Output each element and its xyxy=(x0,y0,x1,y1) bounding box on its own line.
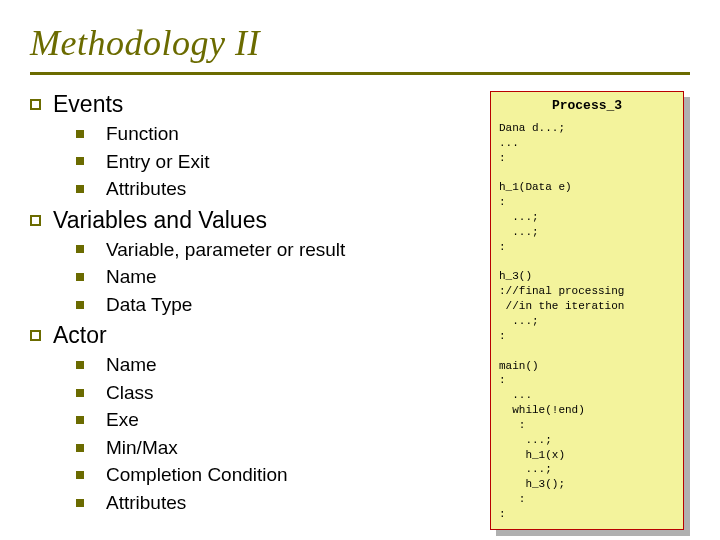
list-item: Data Type xyxy=(76,291,482,319)
hollow-square-icon xyxy=(30,99,41,110)
square-bullet-icon xyxy=(76,301,84,309)
hollow-square-icon xyxy=(30,330,41,341)
list-item: Name xyxy=(76,351,482,379)
section-actor: Actor Name Class Exe Min/Max Completion … xyxy=(30,322,482,516)
square-bullet-icon xyxy=(76,416,84,424)
section-items: Name Class Exe Min/Max Completion Condit… xyxy=(76,351,482,516)
square-bullet-icon xyxy=(76,185,84,193)
item-text: Exe xyxy=(106,406,139,434)
item-text: Attributes xyxy=(106,489,186,517)
section-items: Variable, parameter or result Name Data … xyxy=(76,236,482,319)
slide: Methodology II Events Function Entry or … xyxy=(0,0,720,540)
hollow-square-icon xyxy=(30,215,41,226)
item-text: Min/Max xyxy=(106,434,178,462)
list-item: Completion Condition xyxy=(76,461,482,489)
square-bullet-icon xyxy=(76,273,84,281)
slide-title: Methodology II xyxy=(30,22,690,64)
section-header: Events xyxy=(30,91,482,118)
list-item: Function xyxy=(76,120,482,148)
item-text: Name xyxy=(106,263,157,291)
list-item: Variable, parameter or result xyxy=(76,236,482,264)
item-text: Entry or Exit xyxy=(106,148,209,176)
list-item: Entry or Exit xyxy=(76,148,482,176)
section-header: Variables and Values xyxy=(30,207,482,234)
list-item: Class xyxy=(76,379,482,407)
square-bullet-icon xyxy=(76,471,84,479)
list-item: Attributes xyxy=(76,489,482,517)
section-variables: Variables and Values Variable, parameter… xyxy=(30,207,482,319)
section-items: Function Entry or Exit Attributes xyxy=(76,120,482,203)
square-bullet-icon xyxy=(76,499,84,507)
item-text: Variable, parameter or result xyxy=(106,236,345,264)
list-item: Exe xyxy=(76,406,482,434)
item-text: Function xyxy=(106,120,179,148)
section-title: Variables and Values xyxy=(53,207,267,234)
code-panel-wrap: Process_3 Dana d...; ... : h_1(Data e) :… xyxy=(490,91,690,536)
square-bullet-icon xyxy=(76,444,84,452)
body-row: Events Function Entry or Exit Attributes… xyxy=(30,91,690,536)
square-bullet-icon xyxy=(76,245,84,253)
code-panel-body: Dana d...; ... : h_1(Data e) : ...; ...;… xyxy=(491,113,683,522)
square-bullet-icon xyxy=(76,361,84,369)
square-bullet-icon xyxy=(76,130,84,138)
title-underline xyxy=(30,72,690,75)
content-column: Events Function Entry or Exit Attributes… xyxy=(30,91,490,536)
square-bullet-icon xyxy=(76,389,84,397)
list-item: Name xyxy=(76,263,482,291)
square-bullet-icon xyxy=(76,157,84,165)
item-text: Attributes xyxy=(106,175,186,203)
item-text: Completion Condition xyxy=(106,461,288,489)
section-header: Actor xyxy=(30,322,482,349)
list-item: Attributes xyxy=(76,175,482,203)
section-title: Actor xyxy=(53,322,107,349)
item-text: Class xyxy=(106,379,154,407)
code-panel-title: Process_3 xyxy=(491,92,683,113)
list-item: Min/Max xyxy=(76,434,482,462)
code-panel: Process_3 Dana d...; ... : h_1(Data e) :… xyxy=(490,91,684,530)
item-text: Name xyxy=(106,351,157,379)
item-text: Data Type xyxy=(106,291,192,319)
section-events: Events Function Entry or Exit Attributes xyxy=(30,91,482,203)
section-title: Events xyxy=(53,91,123,118)
code-column: Process_3 Dana d...; ... : h_1(Data e) :… xyxy=(490,91,690,536)
